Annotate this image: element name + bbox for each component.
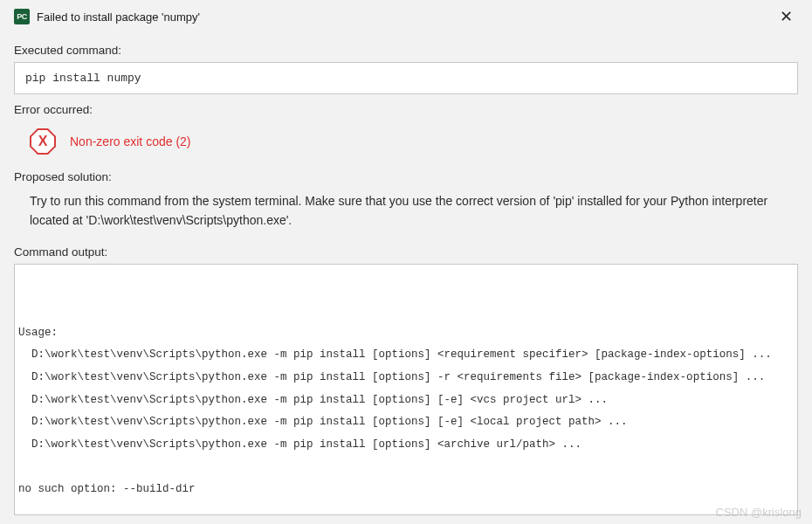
close-button[interactable]: ✕ [774,7,798,26]
command-output-box: Usage: D:\work\test\venv\Scripts\python.… [14,264,798,515]
proposed-solution-text: Try to run this command from the system … [14,189,798,238]
x-mark-icon: X [38,134,48,149]
stop-icon: X [30,128,56,155]
error-occurred-label: Error occurred: [14,103,798,116]
proposed-solution-label: Proposed solution: [14,170,798,183]
error-message: Non-zero exit code (2) [70,134,191,148]
executed-command-box: pip install numpy [14,62,798,94]
error-dialog: PC Failed to install package 'numpy' ✕ E… [0,0,812,524]
command-output-label: Command output: [14,245,798,259]
dialog-title: Failed to install package 'numpy' [37,10,767,24]
error-row: X Non-zero exit code (2) [14,121,798,163]
executed-command-label: Executed command: [14,44,798,57]
title-bar: PC Failed to install package 'numpy' ✕ [14,7,798,37]
pycharm-icon: PC [14,9,30,24]
stop-icon-inner: X [31,130,54,153]
